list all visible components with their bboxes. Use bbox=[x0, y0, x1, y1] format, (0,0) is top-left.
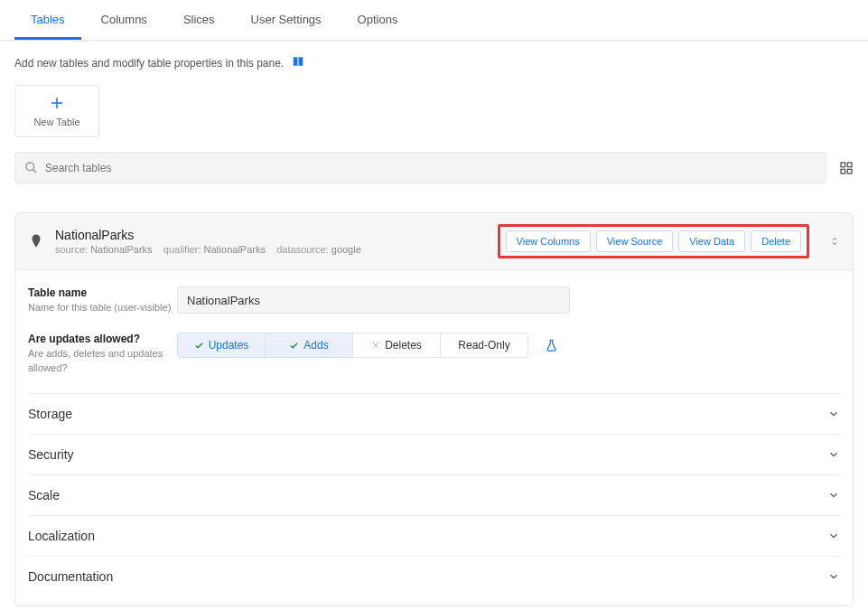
svg-rect-4 bbox=[841, 163, 845, 167]
grid-view-icon[interactable] bbox=[839, 161, 854, 175]
table-title-block: NationalParks source: NationalParks qual… bbox=[55, 228, 487, 255]
accordion-security-label: Security bbox=[28, 447, 74, 462]
new-table-button[interactable]: New Table bbox=[14, 85, 99, 137]
search-row bbox=[14, 152, 854, 183]
accordion-localization-label: Localization bbox=[28, 529, 95, 543]
chevron-down-icon bbox=[827, 570, 840, 583]
accordion-storage[interactable]: Storage bbox=[28, 394, 840, 435]
accordion-scale[interactable]: Scale bbox=[28, 475, 840, 516]
segment-deletes[interactable]: Deletes bbox=[352, 333, 441, 358]
plus-icon bbox=[49, 95, 65, 111]
table-name-sublabel: Name for this table (user-visible) bbox=[28, 301, 177, 314]
table-title: NationalParks bbox=[55, 228, 487, 242]
view-data-button[interactable]: View Data bbox=[678, 230, 745, 252]
meta-qualifier-value: NationalParks bbox=[204, 244, 266, 255]
accordion-documentation-label: Documentation bbox=[28, 569, 113, 584]
tab-columns[interactable]: Columns bbox=[85, 0, 163, 40]
segment-updates-label: Updates bbox=[209, 339, 249, 352]
table-card: NationalParks source: NationalParks qual… bbox=[14, 212, 854, 606]
svg-rect-7 bbox=[847, 169, 852, 174]
check-icon bbox=[194, 341, 204, 351]
tabs-bar: Tables Columns Slices User Settings Opti… bbox=[0, 0, 868, 41]
flask-icon[interactable] bbox=[545, 339, 558, 352]
svg-point-2 bbox=[26, 163, 34, 171]
tab-options[interactable]: Options bbox=[341, 0, 415, 40]
search-icon bbox=[24, 161, 38, 174]
accordion: Storage Security Scale Localization Docu… bbox=[28, 393, 840, 596]
segment-readonly[interactable]: Read-Only bbox=[440, 333, 528, 358]
meta-source-value: NationalParks bbox=[90, 244, 152, 255]
pane-description-text: Add new tables and modify table properti… bbox=[14, 57, 284, 70]
table-card-header: NationalParks source: NationalParks qual… bbox=[15, 213, 853, 270]
chevron-down-icon bbox=[827, 448, 840, 461]
view-source-button[interactable]: View Source bbox=[596, 230, 674, 252]
check-icon bbox=[289, 341, 299, 351]
segment-adds-label: Adds bbox=[303, 339, 328, 352]
updates-segmented-control: Updates Adds Deletes Read-Only bbox=[177, 333, 528, 358]
chevron-down-icon bbox=[827, 530, 840, 542]
accordion-documentation[interactable]: Documentation bbox=[28, 557, 840, 596]
svg-line-3 bbox=[33, 169, 36, 173]
form-row-table-name: Table name Name for this table (user-vis… bbox=[28, 286, 840, 314]
search-input[interactable] bbox=[45, 162, 817, 174]
segment-readonly-label: Read-Only bbox=[458, 339, 509, 352]
tab-tables[interactable]: Tables bbox=[14, 0, 81, 40]
help-doc-icon[interactable] bbox=[291, 55, 305, 70]
pane-description: Add new tables and modify table properti… bbox=[14, 55, 854, 70]
tab-user-settings[interactable]: User Settings bbox=[235, 0, 338, 40]
delete-button[interactable]: Delete bbox=[751, 230, 801, 252]
view-columns-button[interactable]: View Columns bbox=[506, 230, 591, 252]
svg-rect-5 bbox=[847, 163, 852, 167]
updates-allowed-sublabel: Are adds, deletes and updates allowed? bbox=[28, 347, 177, 375]
table-body: Table name Name for this table (user-vis… bbox=[15, 270, 853, 605]
meta-datasource-label: datasource: bbox=[276, 244, 328, 255]
meta-qualifier-label: qualifier: bbox=[163, 244, 201, 255]
tab-slices[interactable]: Slices bbox=[167, 0, 231, 40]
accordion-localization[interactable]: Localization bbox=[28, 516, 840, 557]
accordion-security[interactable]: Security bbox=[28, 435, 840, 475]
cross-icon bbox=[371, 341, 380, 350]
meta-datasource-value: google bbox=[331, 244, 361, 255]
content-area: Add new tables and modify table properti… bbox=[0, 41, 868, 610]
segment-updates[interactable]: Updates bbox=[177, 333, 266, 358]
pin-icon bbox=[28, 231, 44, 251]
table-name-label: Table name bbox=[28, 286, 177, 299]
chevron-down-icon bbox=[827, 408, 840, 420]
form-row-updates-allowed: Are updates allowed? Are adds, deletes a… bbox=[28, 333, 840, 375]
svg-rect-6 bbox=[841, 169, 845, 174]
accordion-scale-label: Scale bbox=[28, 488, 60, 502]
meta-source-label: source: bbox=[55, 244, 88, 255]
table-name-input[interactable] bbox=[177, 286, 570, 314]
segment-deletes-label: Deletes bbox=[385, 339, 422, 352]
segment-adds[interactable]: Adds bbox=[265, 333, 353, 358]
table-subtitle: source: NationalParks qualifier: Nationa… bbox=[55, 244, 487, 255]
header-actions-highlighted: View Columns View Source View Data Delet… bbox=[498, 224, 809, 258]
accordion-storage-label: Storage bbox=[28, 407, 72, 421]
updates-allowed-label: Are updates allowed? bbox=[28, 333, 177, 345]
chevron-down-icon bbox=[827, 489, 840, 502]
new-table-label: New Table bbox=[33, 117, 79, 127]
search-box[interactable] bbox=[14, 152, 826, 183]
sort-icon[interactable] bbox=[829, 234, 840, 249]
